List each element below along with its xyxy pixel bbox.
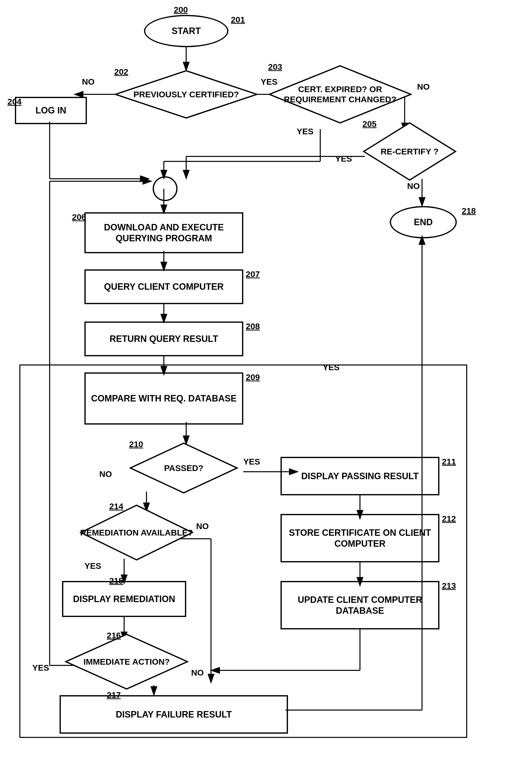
- label-yes-remed: YES: [84, 561, 101, 571]
- ref-200: 200: [174, 5, 188, 15]
- ref-216: 216: [107, 631, 121, 640]
- label-no-imm: NO: [191, 668, 204, 677]
- ref-218: 218: [462, 206, 476, 216]
- label-yes-recert: YES: [335, 154, 352, 164]
- label-no-recert: NO: [407, 181, 420, 191]
- ref-202: 202: [114, 67, 128, 77]
- ref-214: 214: [109, 501, 123, 511]
- immediate-action-diamond: IMMEDIATE ACTION?: [65, 633, 189, 690]
- ref-217: 217: [107, 690, 121, 700]
- label-no-certexp: NO: [417, 82, 430, 92]
- prev-certified-diamond: PREVIOUSLY CERTIFIED?: [114, 70, 258, 119]
- label-no-remed: NO: [196, 521, 209, 531]
- ref-207: 207: [246, 269, 260, 279]
- compare-req-node: COMPARE WITH REQ. DATABASE: [84, 372, 243, 425]
- return-query-node: RETURN QUERY RESULT: [84, 322, 243, 356]
- label-yes-bigbox: YES: [323, 362, 340, 372]
- label-yes-passed: YES: [243, 457, 260, 466]
- label-yes-imm: YES: [32, 663, 49, 672]
- remediation-diamond: REMEDIATION AVAILABLE?: [80, 504, 194, 561]
- ref-210: 210: [129, 439, 143, 449]
- end-node: END: [390, 206, 457, 238]
- update-db-node: UPDATE CLIENT COMPUTER DATABASE: [281, 581, 439, 629]
- display-failure-node: DISPLAY FAILURE RESULT: [60, 695, 288, 734]
- passed-diamond: PASSED?: [129, 442, 238, 494]
- ref-208: 208: [246, 322, 260, 331]
- query-client-node: QUERY CLIENT COMPUTER: [84, 269, 243, 304]
- ref-215: 215: [109, 576, 123, 586]
- ref-213: 213: [442, 581, 456, 591]
- store-cert-node: STORE CERTIFICATE ON CLIENT COMPUTER: [281, 514, 439, 562]
- cert-expired-diamond: CERT. EXPIRED? OR REQUIREMENT CHANGED?: [268, 65, 412, 124]
- ref-201: 201: [231, 15, 245, 24]
- ref-209: 209: [246, 372, 260, 382]
- ref-203: 203: [268, 62, 282, 72]
- display-passing-node: DISPLAY PASSING RESULT: [281, 457, 439, 495]
- label-yes-certexp: YES: [297, 127, 314, 136]
- label-no-prevcert: NO: [82, 77, 95, 86]
- ref-206: 206: [72, 212, 86, 222]
- merge-circle: [153, 176, 178, 201]
- ref-204: 204: [8, 97, 21, 107]
- login-node: LOG IN: [15, 97, 87, 124]
- recertify-diamond: RE-CERTIFY ?: [362, 122, 457, 181]
- label-no-passed: NO: [99, 469, 112, 479]
- ref-205: 205: [362, 119, 377, 129]
- download-exec-node: DOWNLOAD AND EXECUTE QUERYING PROGRAM: [84, 212, 243, 253]
- ref-211: 211: [442, 457, 456, 466]
- start-node: START: [144, 15, 228, 47]
- display-remed-node: DISPLAY REMEDIATION: [62, 581, 186, 617]
- ref-212: 212: [442, 514, 456, 524]
